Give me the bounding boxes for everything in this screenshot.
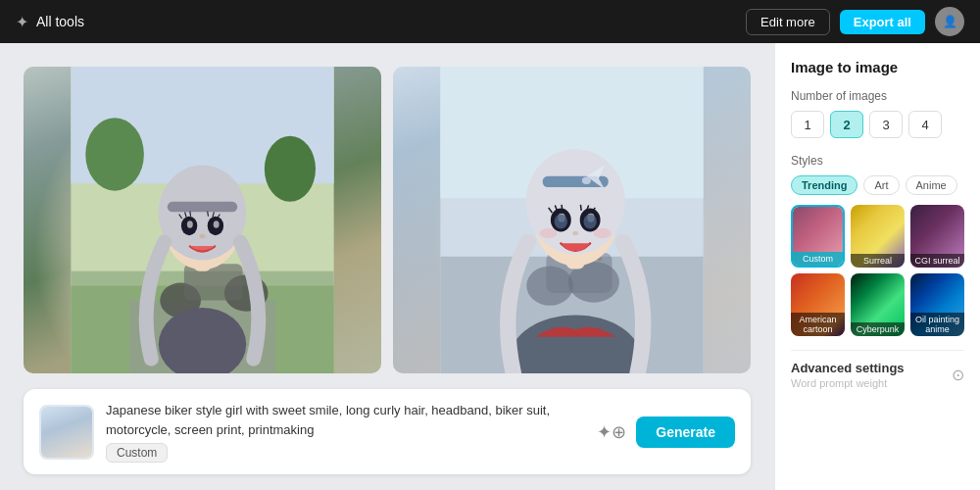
svg-point-13 <box>159 166 246 261</box>
style-card-surreal-label: Surreal <box>851 254 905 268</box>
style-card-surreal[interactable]: Surreal <box>851 205 905 268</box>
generate-button[interactable]: Generate <box>636 416 735 448</box>
main-content: Japanese biker style girl with sweet smi… <box>0 43 980 490</box>
magic-button[interactable]: ✦⊕ <box>597 421 626 443</box>
prompt-actions: ✦⊕ Generate <box>597 416 735 448</box>
svg-point-29 <box>526 149 625 254</box>
tools-icon: ✦ <box>16 13 28 31</box>
svg-point-18 <box>214 220 220 227</box>
expand-icon[interactable]: ⊙ <box>952 366 964 384</box>
topbar-left: ✦ All tools <box>16 13 84 31</box>
svg-point-40 <box>594 228 612 238</box>
right-panel: Image to image Number of images 1 2 3 4 … <box>774 43 980 490</box>
style-card-cyberpunk[interactable]: Cyberpunk <box>851 273 905 336</box>
num-btn-1[interactable]: 1 <box>791 111 824 138</box>
svg-point-38 <box>572 231 578 235</box>
prompt-thumbnail[interactable] <box>39 405 94 460</box>
prompt-text-area: Japanese biker style girl with sweet smi… <box>106 401 585 463</box>
style-chip-anime[interactable]: Anime <box>906 175 957 195</box>
advanced-settings-label: Advanced settings <box>791 361 905 375</box>
edit-more-button[interactable]: Edit more <box>746 9 830 35</box>
svg-point-37 <box>583 215 596 229</box>
svg-point-36 <box>555 215 567 229</box>
style-card-oil-painting[interactable]: Oil painting anime <box>910 273 964 336</box>
export-all-button[interactable]: Export all <box>840 10 925 34</box>
svg-point-5 <box>265 136 316 202</box>
style-chip-art[interactable]: Art <box>863 175 899 195</box>
svg-point-17 <box>187 220 193 227</box>
generated-image-2[interactable] <box>393 67 751 373</box>
number-of-images-label: Number of images <box>791 89 964 103</box>
styles-grid: Custom Surreal CGI surreal American cart… <box>791 205 964 336</box>
topbar-right: Edit more Export all 👤 <box>746 7 964 36</box>
prompt-text: Japanese biker style girl with sweet smi… <box>106 401 585 439</box>
num-btn-4[interactable]: 4 <box>908 111 942 138</box>
styles-row: Trending Art Anime <box>791 175 964 195</box>
style-card-custom-label: Custom <box>793 252 843 266</box>
svg-point-31 <box>582 177 591 184</box>
style-card-cyberpunk-label: Cyberpunk <box>851 322 905 336</box>
num-btn-2[interactable]: 2 <box>830 111 863 138</box>
svg-point-19 <box>200 234 206 238</box>
advanced-settings: Advanced settings Word prompt weight ⊙ <box>791 350 964 389</box>
prompt-tag[interactable]: Custom <box>106 443 168 463</box>
style-card-american-cartoon[interactable]: American cartoon <box>791 273 845 336</box>
svg-rect-14 <box>168 202 238 212</box>
number-of-images-row: 1 2 3 4 <box>791 111 964 138</box>
word-prompt-weight-label: Word prompt weight <box>791 377 905 389</box>
avatar[interactable]: 👤 <box>935 7 964 36</box>
prompt-bar: Japanese biker style girl with sweet smi… <box>24 389 751 474</box>
style-card-cgi-label: CGI surreal <box>910 254 964 268</box>
svg-point-39 <box>540 228 558 238</box>
num-btn-3[interactable]: 3 <box>869 111 903 138</box>
style-card-oil-label: Oil painting anime <box>910 313 964 336</box>
svg-rect-9 <box>184 264 243 300</box>
style-card-american-label: American cartoon <box>791 313 845 336</box>
style-chip-trending[interactable]: Trending <box>791 175 858 195</box>
canvas-area: Japanese biker style girl with sweet smi… <box>0 43 774 490</box>
generated-image-1[interactable] <box>24 67 381 373</box>
style-card-cgi-surreal[interactable]: CGI surreal <box>910 205 964 268</box>
svg-point-4 <box>85 118 144 191</box>
topbar-title: All tools <box>36 14 84 29</box>
topbar: ✦ All tools Edit more Export all 👤 <box>0 0 980 43</box>
panel-title: Image to image <box>791 59 964 75</box>
styles-label: Styles <box>791 154 964 168</box>
images-grid <box>24 67 751 373</box>
style-card-custom[interactable]: Custom <box>791 205 845 268</box>
